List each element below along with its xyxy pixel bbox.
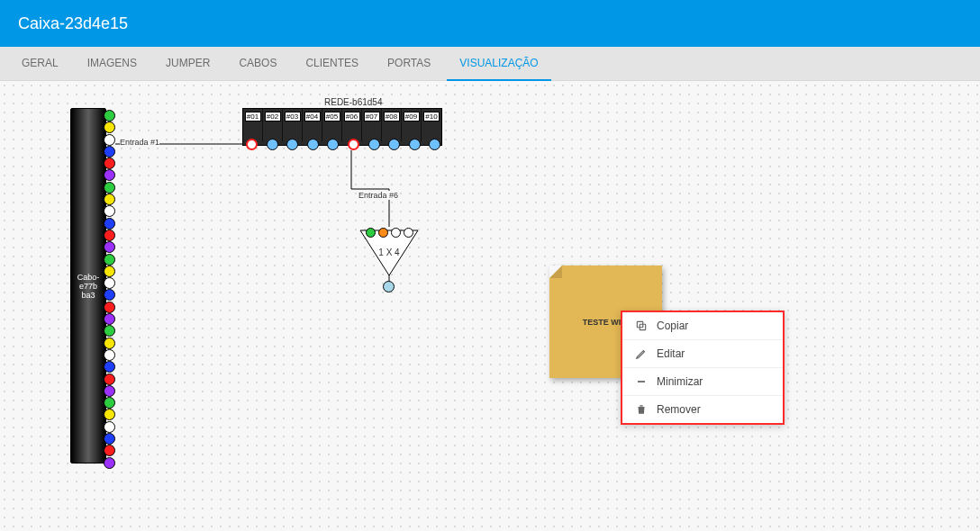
port-dot[interactable] (246, 139, 258, 150)
ctx-copiar[interactable]: Copiar (622, 312, 783, 340)
delete-icon (635, 403, 648, 416)
port-dot[interactable] (267, 139, 278, 150)
ctx-item-label: Editar (657, 347, 685, 360)
rede-port[interactable]: #10 (422, 109, 441, 141)
rede-port[interactable]: #09 (402, 109, 422, 141)
entry-1-label: Entrada #1 (120, 138, 159, 147)
minimize-icon (635, 375, 648, 388)
rede-port[interactable]: #04 (303, 109, 322, 141)
entry-6-label: Entrada #6 (358, 191, 398, 200)
rede-port[interactable]: #01 (243, 109, 263, 141)
rede-port[interactable]: #03 (283, 109, 303, 141)
rede-port[interactable]: #07 (362, 109, 382, 141)
page-title: Caixa-23d4e15 (18, 14, 128, 33)
port-number: #08 (384, 112, 400, 122)
port-number: #10 (423, 112, 440, 122)
tab-cabos[interactable]: CABOS (226, 47, 289, 81)
tab-jumper[interactable]: JUMPER (153, 47, 222, 81)
ctx-item-label: Copiar (657, 320, 688, 332)
port-dot[interactable] (368, 139, 380, 150)
edit-icon (635, 347, 648, 360)
port-dot[interactable] (327, 139, 339, 150)
splitter-input-dots (366, 228, 413, 238)
splitter-output-dot[interactable] (383, 281, 395, 292)
tab-clientes[interactable]: CLIENTES (293, 47, 371, 81)
port-dot[interactable] (348, 139, 359, 150)
splitter-input-dot[interactable] (378, 228, 388, 238)
tab-visualização[interactable]: VISUALIZAÇÃO (447, 47, 550, 81)
port-dot[interactable] (307, 139, 319, 150)
ctx-remover[interactable]: Remover (622, 396, 783, 423)
visualization-canvas[interactable]: Cabo-e77b ba3 Entrada #1 Entrada #6 REDE… (0, 81, 980, 531)
port-number: #05 (324, 112, 340, 122)
ctx-minimizar[interactable]: Minimizar (622, 368, 783, 396)
port-number: #06 (344, 112, 360, 122)
copy-icon (635, 320, 648, 332)
port-dot[interactable] (388, 139, 400, 150)
ctx-item-label: Remover (657, 403, 701, 416)
port-number: #07 (364, 112, 380, 122)
page-header: Caixa-23d4e15 (0, 0, 980, 47)
splitter-input-dot[interactable] (391, 228, 401, 238)
rede-port[interactable]: #08 (382, 109, 402, 141)
tab-portas[interactable]: PORTAS (375, 47, 443, 81)
port-number: #09 (404, 112, 420, 122)
port-dot[interactable] (286, 139, 298, 150)
rede-port[interactable]: #05 (322, 109, 342, 141)
port-number: #01 (245, 112, 261, 122)
rede-port-dots (246, 139, 440, 150)
rede-port[interactable]: #02 (263, 109, 283, 141)
port-dot[interactable] (409, 139, 421, 150)
rede-port[interactable]: #06 (342, 109, 362, 141)
ctx-item-label: Minimizar (657, 375, 703, 388)
connection-wires (0, 81, 980, 531)
port-number: #02 (265, 112, 281, 122)
tab-imagens[interactable]: IMAGENS (75, 47, 150, 81)
splitter-input-dot[interactable] (366, 228, 376, 238)
tab-bar: GERALIMAGENSJUMPERCABOSCLIENTESPORTASVIS… (0, 47, 980, 81)
context-menu: CopiarEditarMinimizarRemover (621, 310, 785, 425)
rede-name: REDE-b61d54 (324, 97, 382, 107)
splitter-input-dot[interactable] (404, 228, 413, 238)
port-number: #04 (304, 112, 321, 122)
splitter-label: 1 X 4 (378, 248, 400, 257)
tab-geral[interactable]: GERAL (9, 47, 71, 81)
port-dot[interactable] (429, 139, 440, 150)
ctx-editar[interactable]: Editar (622, 340, 783, 368)
port-number: #03 (285, 112, 301, 122)
